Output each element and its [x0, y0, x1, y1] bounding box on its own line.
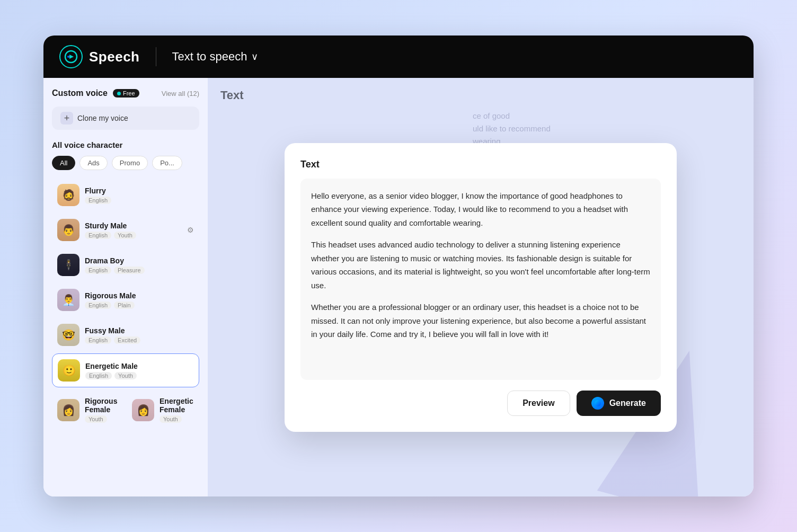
chevron-down-icon: ∨ — [251, 51, 258, 63]
svg-point-2 — [595, 400, 601, 406]
voice-tag: Youth — [160, 415, 182, 423]
filter-tab-promo[interactable]: Promo — [112, 156, 148, 170]
voice-item-rigorous-male[interactable]: 👨‍💼 Rigorous Male English Plain — [52, 283, 199, 316]
voice-section-title: All voice character — [52, 140, 199, 149]
voice-tag: English — [85, 336, 111, 344]
voice-tag: Excited — [114, 336, 140, 344]
custom-voice-title: Custom voice — [52, 88, 108, 98]
voice-tag: Youth — [85, 415, 107, 423]
svg-point-1 — [67, 56, 69, 58]
voice-avatar-rigorous: 👨‍💼 — [57, 289, 79, 311]
voice-avatar-rigfem: 👩 — [57, 399, 79, 421]
voice-tag: English — [85, 267, 111, 274]
voice-avatar-sturdy: 👨 — [57, 219, 79, 241]
voice-avatar-enfem: 👩 — [132, 399, 154, 421]
voice-item-sturdy[interactable]: 👨 Sturdy Male English Youth ⚙ — [52, 214, 199, 246]
voice-avatar-energetic: 🙂 — [58, 359, 80, 382]
voice-avatar-drama: 🕴 — [57, 254, 79, 276]
voice-name-flurry: Flurry — [85, 187, 194, 195]
voice-tag: Pleasure — [114, 267, 144, 274]
tune-icon: ⚙ — [187, 226, 194, 234]
voice-tag: Plain — [114, 302, 134, 309]
app-window: Speech Text to speech ∨ Custom voice Fre… — [43, 36, 754, 496]
sidebar: Custom voice Free View all (12) + Clone … — [43, 78, 208, 496]
generate-btn-label: Generate — [609, 398, 646, 408]
voice-item-rigorous-female[interactable]: 👩 Rigorous Female Youth — [52, 392, 125, 428]
modal-text-content: Hello everyone, as a senior video blogge… — [300, 179, 661, 380]
logo-area: Speech — [59, 45, 140, 68]
app-title: Speech — [89, 49, 140, 65]
filter-tabs: All Ads Promo Po... — [52, 156, 199, 170]
modal-paragraph-3: Whether you are a professional blogger o… — [311, 300, 650, 341]
voice-item-fussy[interactable]: 🤓 Fussy Male English Excited — [52, 318, 199, 351]
modal-paragraph-1: Hello everyone, as a senior video blogge… — [311, 189, 650, 230]
voice-name-fussy: Fussy Male — [85, 326, 194, 335]
main-content: Custom voice Free View all (12) + Clone … — [43, 78, 754, 496]
voice-tag: English — [85, 232, 111, 239]
filter-tab-po[interactable]: Po... — [152, 156, 182, 170]
voice-name-drama: Drama Boy — [85, 256, 194, 265]
modal-footer: Preview — [300, 391, 661, 416]
modal-title: Text — [300, 159, 661, 170]
voice-item-drama[interactable]: 🕴 Drama Boy English Pleasure — [52, 249, 199, 281]
voice-avatar-flurry: 🧔 — [57, 184, 79, 206]
voice-name-sturdy: Sturdy Male — [85, 221, 182, 230]
header: Speech Text to speech ∨ — [43, 36, 754, 78]
clone-btn-label: Clone my voice — [77, 114, 128, 122]
header-divider — [156, 47, 156, 66]
generate-button[interactable]: Generate — [577, 391, 661, 416]
voice-name-rigfem: Rigorous Female — [85, 397, 119, 414]
header-nav[interactable]: Text to speech ∨ — [172, 50, 259, 64]
custom-voice-header: Custom voice Free View all (12) — [52, 88, 199, 98]
clone-voice-button[interactable]: + Clone my voice — [52, 107, 199, 130]
voice-tag: English — [85, 197, 111, 204]
voice-name-energetic: Energetic Male — [85, 362, 193, 370]
preview-button[interactable]: Preview — [507, 391, 570, 416]
voice-tag: Youth — [114, 232, 136, 239]
voice-avatar-fussy: 🤓 — [57, 324, 79, 346]
voice-item-energetic-male[interactable]: 🙂 Energetic Male English Youth — [52, 353, 199, 387]
app-logo-icon — [59, 45, 83, 68]
voice-item-energetic-female[interactable]: 👩 Energetic Female Youth — [127, 392, 199, 428]
voice-tag: English — [85, 302, 111, 309]
right-content-panel: Text ce of gooduld like to recommendwear… — [208, 78, 754, 496]
plus-icon: + — [60, 112, 73, 125]
filter-tab-all[interactable]: All — [52, 156, 75, 170]
modal-overlay: Text Hello everyone, as a senior video b… — [208, 78, 754, 496]
generate-icon — [591, 397, 604, 410]
nav-text: Text to speech — [172, 50, 247, 64]
view-all-link[interactable]: View all (12) — [162, 90, 199, 97]
voice-item-flurry[interactable]: 🧔 Flurry English — [52, 179, 199, 211]
voice-name-rigorous: Rigorous Male — [85, 291, 194, 300]
filter-tab-ads[interactable]: Ads — [79, 156, 107, 170]
text-modal: Text Hello everyone, as a senior video b… — [285, 143, 677, 432]
voice-tag: English — [85, 372, 112, 379]
modal-paragraph-2: This headset uses advanced audio technol… — [311, 238, 650, 292]
voice-tag: Youth — [114, 372, 137, 379]
voice-name-enfem: Energetic Female — [160, 397, 194, 414]
free-badge: Free — [113, 89, 139, 97]
